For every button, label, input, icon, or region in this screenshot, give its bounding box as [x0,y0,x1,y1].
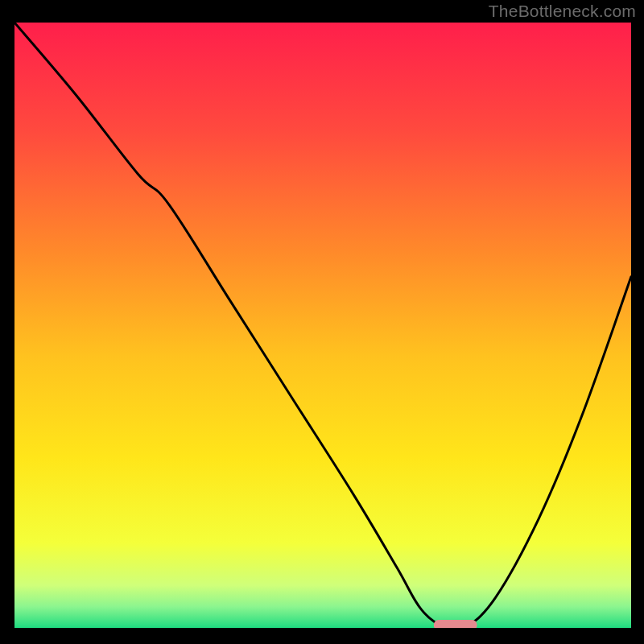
chart-frame: TheBottleneck.com [0,0,644,644]
plot-background [14,23,631,628]
watermark-text: TheBottleneck.com [489,2,636,21]
optimum-marker [434,620,477,630]
bottleneck-chart [0,0,644,644]
